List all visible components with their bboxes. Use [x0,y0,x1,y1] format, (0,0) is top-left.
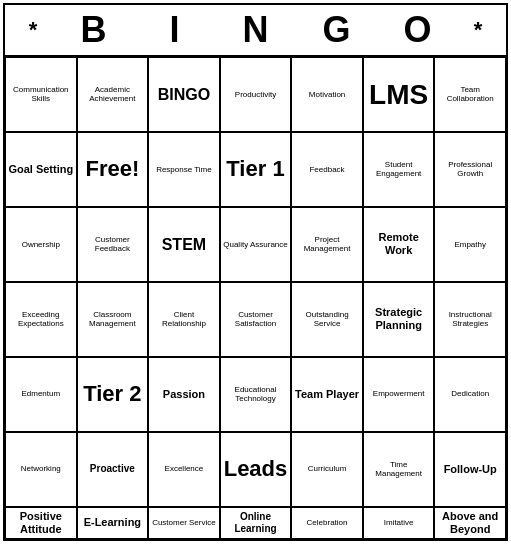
cell-text-31: Educational Technology [223,385,289,404]
cell-23[interactable]: Client Relationship [148,282,220,357]
cell-33[interactable]: Empowerment [363,357,435,432]
cell-18[interactable]: Project Management [291,207,363,282]
cell-text-27: Instructional Strategies [437,310,503,329]
cell-text-11: Feedback [309,165,344,175]
cell-text-1: Academic Achievement [80,85,146,104]
cell-8[interactable]: Free! [77,132,149,207]
cell-text-41: Follow-Up [444,463,497,476]
cell-43[interactable]: E-Learning [77,507,149,539]
cell-text-6: Team Collaboration [437,85,503,104]
cell-29[interactable]: Tier 2 [77,357,149,432]
cell-21[interactable]: Exceeding Expectations [5,282,77,357]
cell-10[interactable]: Tier 1 [220,132,292,207]
cell-0[interactable]: Communication Skills [5,57,77,132]
cell-text-38: Leads [224,456,288,482]
cell-48[interactable]: Above and Beyond [434,507,506,539]
cell-20[interactable]: Empathy [434,207,506,282]
cell-text-16: STEM [162,235,206,254]
letter-g: G [309,9,365,51]
cell-text-8: Free! [85,156,139,182]
letter-o: O [390,9,446,51]
letter-b: B [66,9,122,51]
cell-text-25: Outstanding Service [294,310,360,329]
cell-42[interactable]: Positive Attitude [5,507,77,539]
cell-26[interactable]: Strategic Planning [363,282,435,357]
cell-text-19: Remote Work [366,231,432,257]
star-right: * [458,17,498,43]
cell-28[interactable]: Edmentum [5,357,77,432]
cell-24[interactable]: Customer Satisfaction [220,282,292,357]
cell-44[interactable]: Customer Service [148,507,220,539]
cell-37[interactable]: Excellence [148,432,220,507]
cell-text-18: Project Management [294,235,360,254]
cell-7[interactable]: Goal Setting [5,132,77,207]
cell-45[interactable]: Online Learning [220,507,292,539]
cell-text-46: Celebration [307,518,348,528]
cell-46[interactable]: Celebration [291,507,363,539]
cell-19[interactable]: Remote Work [363,207,435,282]
cell-text-9: Response Time [156,165,212,175]
cell-text-26: Strategic Planning [366,306,432,332]
cell-text-17: Quality Assurance [223,240,287,250]
bingo-card: * B I N G O * Communication SkillsAcadem… [3,3,508,541]
cell-text-24: Customer Satisfaction [223,310,289,329]
cell-14[interactable]: Ownership [5,207,77,282]
cell-36[interactable]: Proactive [77,432,149,507]
cell-text-14: Ownership [22,240,60,250]
cell-text-0: Communication Skills [8,85,74,104]
cell-3[interactable]: Productivity [220,57,292,132]
cell-30[interactable]: Passion [148,357,220,432]
cell-38[interactable]: Leads [220,432,292,507]
cell-text-39: Curriculum [308,464,347,474]
cell-text-47: Imitative [384,518,414,528]
cell-text-34: Dedication [451,389,489,399]
cell-41[interactable]: Follow-Up [434,432,506,507]
cell-22[interactable]: Classroom Management [77,282,149,357]
cell-text-13: Professional Growth [437,160,503,179]
header-row: * B I N G O * [5,5,506,55]
cell-47[interactable]: Imitative [363,507,435,539]
cell-text-32: Team Player [295,388,359,401]
letter-i: I [147,9,203,51]
cell-text-33: Empowerment [373,389,425,399]
cell-text-10: Tier 1 [226,156,284,182]
cell-6[interactable]: Team Collaboration [434,57,506,132]
cell-text-20: Empathy [454,240,486,250]
cell-31[interactable]: Educational Technology [220,357,292,432]
cell-25[interactable]: Outstanding Service [291,282,363,357]
cell-35[interactable]: Networking [5,432,77,507]
cell-text-40: Time Management [366,460,432,479]
bingo-grid: Communication SkillsAcademic Achievement… [5,55,506,539]
cell-text-3: Productivity [235,90,276,100]
cell-12[interactable]: Student Engagement [363,132,435,207]
cell-17[interactable]: Quality Assurance [220,207,292,282]
cell-text-44: Customer Service [152,518,216,528]
cell-text-48: Above and Beyond [437,510,503,536]
cell-text-4: Motivation [309,90,345,100]
cell-5[interactable]: LMS [363,57,435,132]
cell-text-45: Online Learning [223,511,289,535]
cell-text-29: Tier 2 [83,381,141,407]
cell-32[interactable]: Team Player [291,357,363,432]
cell-11[interactable]: Feedback [291,132,363,207]
cell-27[interactable]: Instructional Strategies [434,282,506,357]
cell-15[interactable]: Customer Feedback [77,207,149,282]
cell-text-42: Positive Attitude [8,510,74,536]
cell-40[interactable]: Time Management [363,432,435,507]
cell-2[interactable]: BINGO [148,57,220,132]
cell-text-30: Passion [163,388,205,401]
cell-9[interactable]: Response Time [148,132,220,207]
cell-text-28: Edmentum [21,389,60,399]
cell-34[interactable]: Dedication [434,357,506,432]
cell-text-5: LMS [369,78,428,112]
cell-16[interactable]: STEM [148,207,220,282]
cell-1[interactable]: Academic Achievement [77,57,149,132]
cell-text-23: Client Relationship [151,310,217,329]
cell-text-43: E-Learning [84,516,141,529]
cell-4[interactable]: Motivation [291,57,363,132]
cell-text-22: Classroom Management [80,310,146,329]
cell-39[interactable]: Curriculum [291,432,363,507]
star-left: * [13,17,53,43]
cell-13[interactable]: Professional Growth [434,132,506,207]
cell-text-36: Proactive [90,463,135,475]
